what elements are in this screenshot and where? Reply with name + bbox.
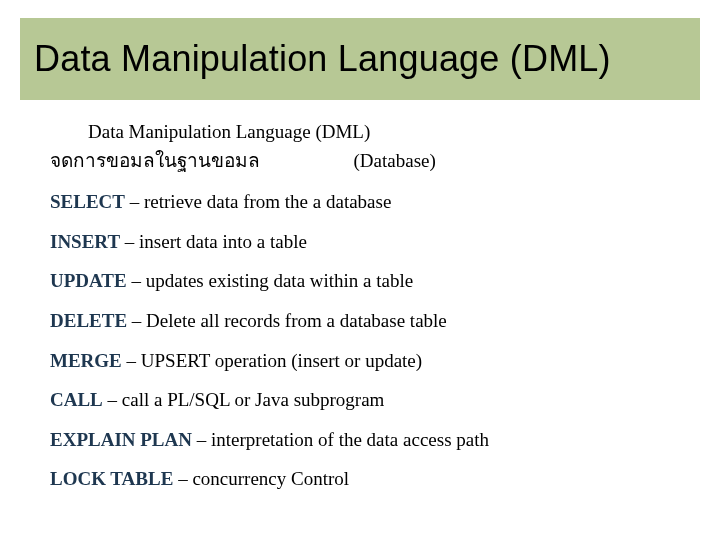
list-item: INSERT – insert data into a table bbox=[50, 229, 680, 255]
desc: – concurrency Control bbox=[173, 468, 349, 489]
slide: Data Manipulation Language (DML) Data Ma… bbox=[0, 0, 720, 540]
keyword: EXPLAIN PLAN bbox=[50, 429, 192, 450]
keyword: LOCK TABLE bbox=[50, 468, 173, 489]
keyword: INSERT bbox=[50, 231, 120, 252]
title-band: Data Manipulation Language (DML) bbox=[20, 18, 700, 100]
desc: – insert data into a table bbox=[120, 231, 307, 252]
list-item: SELECT – retrieve data from the a databa… bbox=[50, 189, 680, 215]
list-item: MERGE – UPSERT operation (insert or upda… bbox=[50, 348, 680, 374]
body: Data Manipulation Language (DML) จดการขอ… bbox=[50, 115, 680, 506]
intro-line-2: จดการขอมลในฐานขอมล (Database) bbox=[50, 145, 680, 175]
list-item: LOCK TABLE – concurrency Control bbox=[50, 466, 680, 492]
list-item: CALL – call a PL/SQL or Java subprogram bbox=[50, 387, 680, 413]
keyword: DELETE bbox=[50, 310, 127, 331]
keyword: MERGE bbox=[50, 350, 122, 371]
slide-title: Data Manipulation Language (DML) bbox=[34, 38, 611, 80]
list-item: DELETE – Delete all records from a datab… bbox=[50, 308, 680, 334]
keyword: SELECT bbox=[50, 191, 125, 212]
desc: – call a PL/SQL or Java subprogram bbox=[103, 389, 385, 410]
keyword: UPDATE bbox=[50, 270, 127, 291]
keyword: CALL bbox=[50, 389, 103, 410]
intro-db: (Database) bbox=[354, 150, 436, 171]
desc: – retrieve data from the a database bbox=[125, 191, 391, 212]
desc: – Delete all records from a database tab… bbox=[127, 310, 447, 331]
intro-line-1: Data Manipulation Language (DML) bbox=[88, 121, 680, 143]
desc: – updates existing data within a table bbox=[127, 270, 414, 291]
desc: – interpretation of the data access path bbox=[192, 429, 489, 450]
intro-thai: จดการขอมลในฐานขอมล bbox=[50, 150, 260, 171]
desc: – UPSERT operation (insert or update) bbox=[122, 350, 422, 371]
list-item: EXPLAIN PLAN – interpretation of the dat… bbox=[50, 427, 680, 453]
list-item: UPDATE – updates existing data within a … bbox=[50, 268, 680, 294]
